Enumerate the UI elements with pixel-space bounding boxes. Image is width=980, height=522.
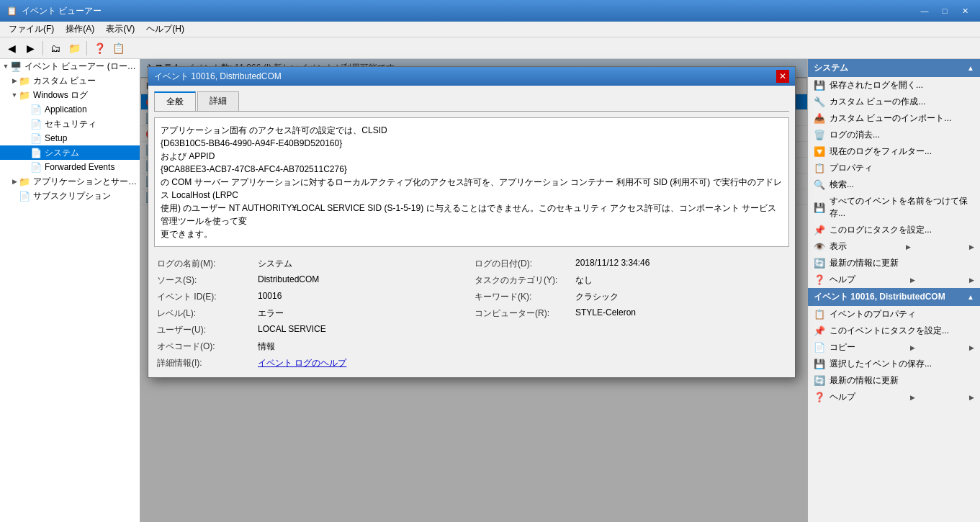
tree-label-windows-log: Windows ログ [33, 89, 88, 102]
actions-event-toggle[interactable]: ▲ [967, 293, 974, 301]
action-item[interactable]: ❓ヘルプ▶ [808, 271, 980, 288]
menu-view[interactable]: 表示(V) [100, 22, 140, 37]
action-label: このイベントにタスクを設定... [830, 325, 949, 337]
action-label: カスタム ビューのインポート... [830, 112, 951, 125]
tree-item-security[interactable]: 📄 セキュリティ [0, 117, 140, 131]
action-label: コピー [830, 341, 855, 354]
modal-tab-detail[interactable]: 詳細 [197, 91, 239, 111]
modal-event-text: アプリケーション固有 のアクセス許可の設定では、CLSID {D63B10C5-… [154, 117, 789, 247]
titlebar-controls: — □ ✕ [915, 4, 974, 18]
action-icon: 💾 [814, 359, 825, 369]
action-item[interactable]: 💾すべてのイベントを名前をつけて保存... [808, 193, 980, 222]
action-item[interactable]: 🔍検索... [808, 176, 980, 193]
tree-item-forwarded[interactable]: 📄 Forwarded Events [0, 160, 140, 174]
tree-icon-windows-log: 📁 [19, 90, 30, 101]
menubar: ファイル(F) 操作(A) 表示(V) ヘルプ(H) [0, 22, 980, 37]
action-item[interactable]: 📄コピー▶ [808, 339, 980, 356]
detail-row: ユーザー(U):LOCAL SERVICE [154, 322, 472, 338]
action-item[interactable]: 💾保存されたログを開く... [808, 77, 980, 94]
tree-icon-app-service: 📁 [19, 176, 30, 187]
minimize-button[interactable]: — [915, 4, 934, 18]
tree-item-custom[interactable]: ▶ 📁 カスタム ビュー [0, 73, 140, 88]
tree-icon-setup: 📄 [30, 133, 42, 144]
detail-label: ソース(S): [157, 274, 258, 287]
detail-row: キーワード(K):クラシック [472, 289, 789, 305]
modal-details-left: ログの名前(M):システムソース(S):DistributedCOMイベント I… [154, 256, 472, 372]
detail-label: ログの日付(D): [475, 258, 575, 270]
back-button[interactable]: ◀ [3, 40, 20, 57]
tree-item-app-service[interactable]: ▶ 📁 アプリケーションとサービス ログ [0, 174, 140, 189]
tree-item-subscription[interactable]: 📄 サブスクリプション [0, 189, 140, 203]
scope-button[interactable]: 📁 [66, 40, 83, 57]
tree-item-setup[interactable]: 📄 Setup [0, 131, 140, 145]
tree-item-application[interactable]: 📄 Application [0, 102, 140, 117]
action-item[interactable]: 📋プロパティ [808, 160, 980, 176]
action-item[interactable]: 🔽現在のログをフィルター... [808, 143, 980, 160]
modal-window: イベント 10016, DistributedCOM ✕ 全般 詳細 アプリケー… [148, 66, 796, 378]
tree-label-system: システム [45, 147, 79, 159]
tree-item-root[interactable]: ▼ 🖥️ イベント ビューアー (ローカル) [0, 59, 140, 73]
forward-button[interactable]: ▶ [22, 40, 39, 57]
tree-item-system[interactable]: 📄 システム [0, 145, 140, 160]
detail-value: なし [575, 274, 786, 287]
app-icon: 📋 [6, 5, 17, 17]
action-item[interactable]: 📌このログにタスクを設定... [808, 222, 980, 238]
tree-label-app-service: アプリケーションとサービス ログ [33, 176, 137, 188]
detail-link[interactable]: イベント ログのヘルプ [258, 357, 469, 369]
modal-close-button[interactable]: ✕ [776, 70, 789, 83]
action-item[interactable]: 🗑️ログの消去... [808, 127, 980, 143]
action-item[interactable]: 👁️表示▶ [808, 238, 980, 255]
action-label: ヘルプ [830, 391, 855, 403]
detail-row: イベント ID(E):10016 [154, 289, 472, 305]
help-button[interactable]: ❓ [91, 40, 108, 57]
detail-row: ログの名前(M):システム [154, 256, 472, 272]
menu-action[interactable]: 操作(A) [60, 22, 100, 37]
action-icon: 🔽 [814, 146, 825, 157]
menu-help[interactable]: ヘルプ(H) [140, 22, 190, 37]
detail-label: レベル(L): [157, 307, 258, 320]
detail-value: 2018/11/12 3:34:46 [575, 258, 786, 270]
detail-row: コンピューター(R):STYLE-Celeron [472, 305, 789, 322]
toolbar-separator-2 [86, 41, 87, 55]
modal-details-grid: ログの名前(M):システムソース(S):DistributedCOMイベント I… [154, 256, 789, 372]
modal-tab-general[interactable]: 全般 [154, 91, 196, 111]
action-label: すべてのイベントを名前をつけて保存... [830, 195, 974, 220]
detail-label: コンピューター(R): [475, 307, 575, 320]
action-label: 検索... [830, 179, 854, 191]
submenu-arrow: ▶ [910, 344, 915, 351]
detail-value: 情報 [258, 341, 469, 353]
action-item[interactable]: 📋イベントのプロパティ [808, 306, 980, 323]
detail-row: ソース(S):DistributedCOM [154, 272, 472, 289]
maximize-button[interactable]: □ [935, 4, 954, 18]
action-item[interactable]: 📥カスタム ビューのインポート... [808, 110, 980, 127]
detail-value: LOCAL SERVICE [258, 324, 469, 336]
action-item[interactable]: 💾選択したイベントの保存... [808, 356, 980, 372]
detail-row: ログの日付(D):2018/11/12 3:34:46 [472, 256, 789, 272]
action-item[interactable]: 📌このイベントにタスクを設定... [808, 323, 980, 339]
action-item[interactable]: ❓ヘルプ▶ [808, 389, 980, 405]
tree-item-windows-log[interactable]: ▼ 📁 Windows ログ [0, 88, 140, 102]
detail-label: ログの名前(M): [157, 258, 258, 270]
tree-arrow-custom: ▶ [10, 77, 19, 84]
action-label: 選択したイベントの保存... [830, 358, 932, 370]
properties-button[interactable]: 📋 [109, 40, 127, 57]
tree-label-custom: カスタム ビュー [33, 75, 96, 87]
action-item[interactable]: 🔄最新の情報に更新 [808, 255, 980, 271]
action-label: 保存されたログを開く... [830, 79, 923, 91]
action-icon: 📌 [814, 225, 825, 235]
action-item[interactable]: 🔧カスタム ビューの作成... [808, 94, 980, 110]
action-item[interactable]: 🔄最新の情報に更新 [808, 372, 980, 389]
actions-event-items: 📋イベントのプロパティ📌このイベントにタスクを設定...📄コピー▶💾選択したイベ… [808, 306, 980, 405]
actions-system-toggle[interactable]: ▲ [967, 64, 974, 72]
show-hide-button[interactable]: 🗂 [47, 40, 64, 57]
center-panel: システム イベント数: 11,066 (!) 新しいイベントが利用可能です レベ… [140, 59, 807, 522]
close-button[interactable]: ✕ [956, 4, 974, 18]
action-icon: ❓ [814, 392, 825, 402]
action-icon: 🔍 [814, 179, 825, 190]
submenu-arrow: ▶ [910, 276, 915, 284]
menu-file[interactable]: ファイル(F) [3, 22, 60, 37]
actions-system-header: システム ▲ [808, 59, 980, 77]
tree-arrow-app-service: ▶ [10, 178, 19, 185]
detail-row: オペコード(O):情報 [154, 338, 472, 355]
detail-row: タスクのカテゴリ(Y):なし [472, 272, 789, 289]
